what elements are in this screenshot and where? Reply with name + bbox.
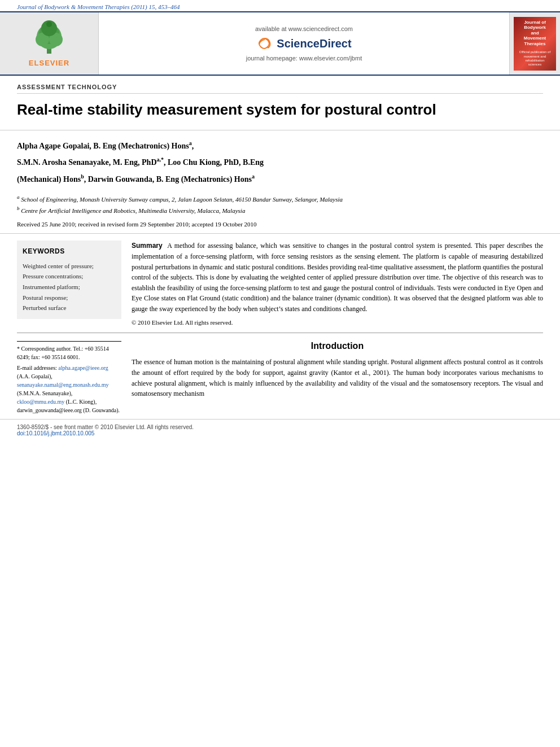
page: Journal of Bodywork & Movement Therapies…	[0, 0, 560, 747]
journal-citation: Journal of Bodywork & Movement Therapies…	[17, 3, 180, 10]
introduction-column: Introduction The essence of human motion…	[132, 333, 543, 414]
header-center: available at www.sciencedirect.com Scien…	[99, 12, 509, 75]
journal-homepage-text: journal homepage: www.elsevier.com/jbmt	[246, 55, 362, 62]
sup-a2: a	[252, 173, 255, 180]
email-link-2[interactable]: senanayake.namal@eng.monash.edu.my	[17, 382, 109, 388]
journal-bar: Journal of Bodywork & Movement Therapies…	[0, 0, 560, 11]
paper-title: Real-time stability measurement system f…	[17, 101, 543, 120]
sciencedirect-logo: ScienceDirect	[256, 36, 351, 51]
authors-line-3: (Mechanical) Honsb, Darwin Gouwanda, B. …	[17, 172, 543, 186]
bottom-bar: 1360-8592/$ - see front matter © 2010 El…	[0, 419, 560, 441]
copyright-line: © 2010 Elsevier Ltd. All rights reserved…	[132, 319, 543, 326]
authors-line-1: Alpha Agape Gopalai, B. Eng (Mechatronic…	[17, 138, 543, 152]
sup-a-star: a,*	[157, 156, 164, 163]
journal-cover-image: Journal ofBodyworkandMovementTherapies O…	[514, 17, 556, 71]
intro-paragraph-1: The essence of human motion is the maint…	[132, 357, 543, 400]
journal-cover-area: Journal ofBodyworkandMovementTherapies O…	[509, 12, 560, 75]
introduction-text: The essence of human motion is the maint…	[132, 357, 543, 400]
email-link-3[interactable]: ckloo@mmu.edu.my	[17, 399, 64, 405]
keyword-3: Instrumented platform;	[23, 282, 116, 292]
sd-leaves-icon	[256, 36, 273, 51]
available-text: available at www.sciencedirect.com	[255, 25, 353, 32]
introduction-title: Introduction	[132, 341, 543, 351]
elsevier-logo-area: ELSEVIER	[0, 12, 99, 75]
keywords-column: KEYWORDS Weighted center of pressure; Pr…	[17, 241, 121, 325]
footnotes-column: * Corresponding author. Tel.: +60 35514 …	[17, 333, 121, 414]
sup-a: a	[189, 140, 192, 146]
abstract-section: KEYWORDS Weighted center of pressure; Pr…	[0, 234, 560, 332]
assessment-section: ASSESSMENT TECHNOLOGY Real-time stabilit…	[0, 76, 560, 130]
keyword-5: Perturbed surface	[23, 303, 116, 313]
keywords-list: Weighted center of pressure; Pressure co…	[23, 261, 116, 313]
keyword-2: Pressure concentrations;	[23, 271, 116, 282]
summary-text: A method for assessing balance, which wa…	[132, 242, 543, 313]
cover-subtitle: Official publication ofmovement and reha…	[515, 50, 554, 67]
summary-block: Summary A method for assessing balance, …	[132, 241, 543, 314]
authors-line-2: S.M.N. Arosha Senanayake, M. Eng, PhDa,*…	[17, 155, 543, 169]
keywords-box: KEYWORDS Weighted center of pressure; Pr…	[17, 241, 121, 319]
dates-section: Received 25 June 2010; received in revis…	[0, 215, 560, 234]
received-dates: Received 25 June 2010; received in revis…	[17, 221, 257, 228]
doi-line[interactable]: doi:10.1016/j.jbmt.2010.10.005	[17, 430, 94, 436]
footnote-divider	[17, 341, 121, 342]
keyword-4: Postural response;	[23, 292, 116, 303]
sciencedirect-text: ScienceDirect	[277, 37, 351, 50]
affiliations-section: a School of Engineering, Monash Universi…	[0, 188, 560, 215]
section-label: ASSESSMENT TECHNOLOGY	[17, 84, 543, 94]
affiliation-a: a School of Engineering, Monash Universi…	[17, 194, 543, 204]
svg-point-6	[46, 21, 52, 27]
affiliation-b: b Centre for Artificial Intelligence and…	[17, 205, 543, 215]
bottom-section: * Corresponding author. Tel.: +60 35514 …	[0, 333, 560, 414]
authors-section: Alpha Agape Gopalai, B. Eng (Mechatronic…	[0, 138, 560, 186]
issn-line: 1360-8592/$ - see front matter © 2010 El…	[17, 424, 194, 430]
cover-journal-title: Journal ofBodyworkandMovementTherapies	[524, 20, 546, 47]
elsevier-tree-icon	[27, 20, 72, 56]
summary-label: Summary	[132, 242, 163, 250]
header-section: ELSEVIER available at www.sciencedirect.…	[0, 11, 560, 76]
email-note: E-mail addresses: alpha.agape@ieee.org (…	[17, 364, 121, 414]
email-link-1[interactable]: alpha.agape@ieee.org	[58, 365, 108, 371]
keywords-title: KEYWORDS	[23, 246, 116, 257]
keyword-1: Weighted center of pressure;	[23, 261, 116, 272]
elsevier-label: ELSEVIER	[29, 59, 69, 67]
corresponding-note: * Corresponding author. Tel.: +60 35514 …	[17, 344, 121, 361]
summary-column: Summary A method for assessing balance, …	[132, 241, 543, 325]
